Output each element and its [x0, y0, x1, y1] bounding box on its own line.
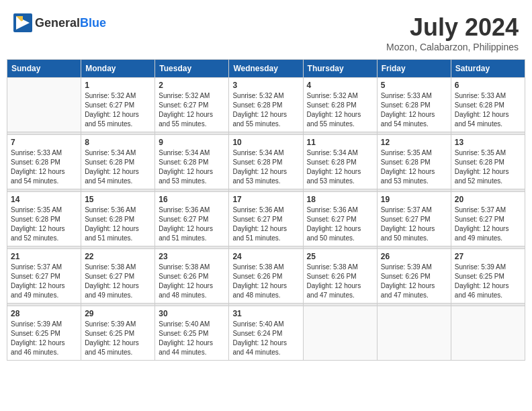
day-cell: 22 Sunrise: 5:38 AMSunset: 6:27 PMDaylig…	[81, 249, 155, 304]
weekday-header-thursday: Thursday	[303, 60, 377, 78]
day-detail: Sunrise: 5:39 AMSunset: 6:25 PMDaylight:…	[11, 320, 77, 357]
day-cell: 13 Sunrise: 5:35 AMSunset: 6:28 PMDaylig…	[451, 135, 525, 189]
day-detail: Sunrise: 5:40 AMSunset: 6:25 PMDaylight:…	[159, 320, 225, 357]
day-cell: 1 Sunrise: 5:32 AMSunset: 6:27 PMDayligh…	[81, 78, 155, 132]
day-detail: Sunrise: 5:39 AMSunset: 6:25 PMDaylight:…	[85, 320, 151, 357]
day-number: 11	[307, 138, 373, 147]
day-detail: Sunrise: 5:36 AMSunset: 6:27 PMDaylight:…	[307, 205, 373, 243]
day-detail: Sunrise: 5:38 AMSunset: 6:26 PMDaylight:…	[307, 263, 373, 300]
day-cell: 28 Sunrise: 5:39 AMSunset: 6:25 PMDaylig…	[7, 306, 81, 361]
weekday-header-friday: Friday	[377, 60, 451, 78]
day-detail: Sunrise: 5:33 AMSunset: 6:28 PMDaylight:…	[455, 91, 521, 129]
day-detail: Sunrise: 5:35 AMSunset: 6:28 PMDaylight:…	[455, 148, 521, 186]
day-cell: 21 Sunrise: 5:37 AMSunset: 6:27 PMDaylig…	[7, 249, 81, 304]
day-cell: 2 Sunrise: 5:32 AMSunset: 6:27 PMDayligh…	[155, 78, 229, 132]
week-row-1: 1 Sunrise: 5:32 AMSunset: 6:27 PMDayligh…	[7, 78, 525, 132]
day-number: 3	[232, 81, 299, 90]
logo: GeneralBlue	[13, 13, 106, 32]
day-number: 30	[159, 309, 225, 318]
day-detail: Sunrise: 5:36 AMSunset: 6:28 PMDaylight:…	[85, 205, 151, 243]
weekday-header-tuesday: Tuesday	[155, 60, 229, 78]
day-detail: Sunrise: 5:38 AMSunset: 6:26 PMDaylight:…	[159, 263, 225, 300]
day-number: 14	[11, 195, 77, 204]
day-detail: Sunrise: 5:40 AMSunset: 6:24 PMDaylight:…	[232, 320, 299, 357]
day-cell: 16 Sunrise: 5:36 AMSunset: 6:27 PMDaylig…	[155, 192, 229, 246]
day-cell	[451, 306, 525, 361]
day-number: 29	[85, 309, 151, 318]
day-number: 27	[455, 252, 521, 261]
day-detail: Sunrise: 5:38 AMSunset: 6:26 PMDaylight:…	[232, 263, 299, 300]
day-number: 6	[455, 81, 521, 90]
day-detail: Sunrise: 5:32 AMSunset: 6:27 PMDaylight:…	[159, 91, 225, 129]
day-number: 31	[232, 309, 299, 318]
day-cell: 23 Sunrise: 5:38 AMSunset: 6:26 PMDaylig…	[155, 249, 229, 304]
day-number: 26	[381, 252, 447, 261]
week-row-4: 21 Sunrise: 5:37 AMSunset: 6:27 PMDaylig…	[7, 249, 525, 304]
weekday-header-wednesday: Wednesday	[229, 60, 303, 78]
day-cell: 25 Sunrise: 5:38 AMSunset: 6:26 PMDaylig…	[303, 249, 377, 304]
day-detail: Sunrise: 5:39 AMSunset: 6:26 PMDaylight:…	[381, 263, 447, 300]
day-detail: Sunrise: 5:35 AMSunset: 6:28 PMDaylight:…	[381, 148, 447, 186]
day-cell: 19 Sunrise: 5:37 AMSunset: 6:27 PMDaylig…	[377, 192, 451, 246]
day-cell: 26 Sunrise: 5:39 AMSunset: 6:26 PMDaylig…	[377, 249, 451, 304]
day-cell: 7 Sunrise: 5:33 AMSunset: 6:28 PMDayligh…	[7, 135, 81, 189]
month-title: July 2024	[386, 13, 519, 42]
day-cell: 15 Sunrise: 5:36 AMSunset: 6:28 PMDaylig…	[81, 192, 155, 246]
day-detail: Sunrise: 5:36 AMSunset: 6:27 PMDaylight:…	[232, 205, 299, 243]
day-cell: 10 Sunrise: 5:34 AMSunset: 6:28 PMDaylig…	[229, 135, 303, 189]
day-detail: Sunrise: 5:37 AMSunset: 6:27 PMDaylight:…	[11, 263, 77, 300]
day-number: 16	[159, 195, 225, 204]
day-number: 2	[159, 81, 225, 90]
day-cell	[377, 306, 451, 361]
day-detail: Sunrise: 5:32 AMSunset: 6:28 PMDaylight:…	[307, 91, 373, 129]
day-cell: 14 Sunrise: 5:35 AMSunset: 6:28 PMDaylig…	[7, 192, 81, 246]
day-number: 13	[455, 138, 521, 147]
week-row-5: 28 Sunrise: 5:39 AMSunset: 6:25 PMDaylig…	[7, 306, 525, 361]
day-detail: Sunrise: 5:33 AMSunset: 6:28 PMDaylight:…	[11, 148, 77, 186]
day-cell: 3 Sunrise: 5:32 AMSunset: 6:28 PMDayligh…	[229, 78, 303, 132]
week-row-2: 7 Sunrise: 5:33 AMSunset: 6:28 PMDayligh…	[7, 135, 525, 189]
day-number: 18	[307, 195, 373, 204]
day-number: 1	[85, 81, 151, 90]
day-detail: Sunrise: 5:36 AMSunset: 6:27 PMDaylight:…	[159, 205, 225, 243]
svg-point-3	[21, 21, 25, 25]
day-cell: 11 Sunrise: 5:34 AMSunset: 6:28 PMDaylig…	[303, 135, 377, 189]
week-row-3: 14 Sunrise: 5:35 AMSunset: 6:28 PMDaylig…	[7, 192, 525, 246]
day-cell: 12 Sunrise: 5:35 AMSunset: 6:28 PMDaylig…	[377, 135, 451, 189]
day-number: 20	[455, 195, 521, 204]
day-detail: Sunrise: 5:34 AMSunset: 6:28 PMDaylight:…	[85, 148, 151, 186]
day-detail: Sunrise: 5:33 AMSunset: 6:28 PMDaylight:…	[381, 91, 447, 129]
day-cell: 6 Sunrise: 5:33 AMSunset: 6:28 PMDayligh…	[451, 78, 525, 132]
weekday-header-monday: Monday	[81, 60, 155, 78]
day-number: 25	[307, 252, 373, 261]
day-number: 12	[381, 138, 447, 147]
day-number: 19	[381, 195, 447, 204]
day-cell: 5 Sunrise: 5:33 AMSunset: 6:28 PMDayligh…	[377, 78, 451, 132]
day-number: 23	[159, 252, 225, 261]
weekday-header-row: SundayMondayTuesdayWednesdayThursdayFrid…	[7, 60, 525, 78]
day-cell: 24 Sunrise: 5:38 AMSunset: 6:26 PMDaylig…	[229, 249, 303, 304]
day-cell	[303, 306, 377, 361]
day-cell: 30 Sunrise: 5:40 AMSunset: 6:25 PMDaylig…	[155, 306, 229, 361]
day-number: 7	[11, 138, 77, 147]
day-number: 22	[85, 252, 151, 261]
day-detail: Sunrise: 5:34 AMSunset: 6:28 PMDaylight:…	[307, 148, 373, 186]
day-cell: 20 Sunrise: 5:37 AMSunset: 6:27 PMDaylig…	[451, 192, 525, 246]
title-area: July 2024 Mozon, Calabarzon, Philippines	[386, 13, 519, 52]
day-detail: Sunrise: 5:32 AMSunset: 6:28 PMDaylight:…	[232, 91, 299, 129]
day-cell: 8 Sunrise: 5:34 AMSunset: 6:28 PMDayligh…	[81, 135, 155, 189]
calendar-table: SundayMondayTuesdayWednesdayThursdayFrid…	[7, 59, 525, 361]
day-detail: Sunrise: 5:34 AMSunset: 6:28 PMDaylight:…	[159, 148, 225, 186]
day-detail: Sunrise: 5:37 AMSunset: 6:27 PMDaylight:…	[455, 205, 521, 243]
day-number: 28	[11, 309, 77, 318]
day-detail: Sunrise: 5:34 AMSunset: 6:28 PMDaylight:…	[232, 148, 299, 186]
day-cell: 27 Sunrise: 5:39 AMSunset: 6:25 PMDaylig…	[451, 249, 525, 304]
day-number: 5	[381, 81, 447, 90]
weekday-header-sunday: Sunday	[7, 60, 81, 78]
header: GeneralBlue July 2024 Mozon, Calabarzon,…	[7, 7, 525, 56]
location-title: Mozon, Calabarzon, Philippines	[386, 42, 519, 52]
day-cell: 4 Sunrise: 5:32 AMSunset: 6:28 PMDayligh…	[303, 78, 377, 132]
day-number: 10	[232, 138, 299, 147]
day-number: 9	[159, 138, 225, 147]
logo-general-text: General	[35, 16, 80, 30]
